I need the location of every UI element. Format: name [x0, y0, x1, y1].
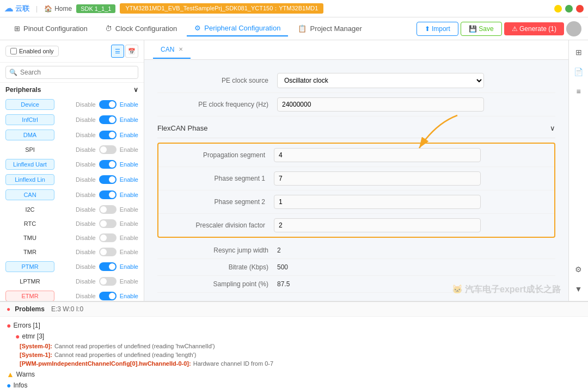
infos-title[interactable]: ● Infos	[7, 380, 588, 388]
peripheral-name[interactable]: RTC	[5, 219, 54, 229]
toggle-switch[interactable]	[99, 277, 117, 286]
menu-project[interactable]: 📋 Project Manager	[290, 21, 369, 36]
enabled-only-toggle[interactable]: Enabled only	[5, 46, 59, 57]
peripheral-name[interactable]: SPI	[5, 145, 54, 155]
sidebar-item-can[interactable]: CANDisableEnable	[0, 187, 144, 202]
disable-label: Disable	[76, 206, 96, 213]
import-icon: ⬆	[425, 25, 432, 33]
calendar-view-button[interactable]: 📅	[125, 45, 138, 58]
peripheral-name[interactable]: ETMR	[5, 291, 54, 301]
toggle-switch[interactable]	[99, 131, 117, 139]
toggle-switch[interactable]	[99, 248, 117, 256]
enable-label[interactable]: Enable	[120, 116, 138, 123]
toggle-switch[interactable]	[99, 145, 117, 154]
sidebar-item-linflexd-uart[interactable]: Linflexd UartDisableEnable	[0, 157, 144, 172]
search-input[interactable]	[5, 66, 138, 79]
sidebar-item-dma[interactable]: DMADisableEnable	[0, 127, 144, 143]
close-button[interactable]	[576, 5, 584, 13]
prop-segment-input[interactable]	[274, 148, 481, 162]
pe-clock-source-select[interactable]: Oscillator clock	[277, 73, 484, 88]
peripheral-name[interactable]: LPTMR	[5, 276, 54, 286]
phase-seg2-input[interactable]	[274, 195, 481, 209]
sidebar-item-tmu[interactable]: TMUDisableEnable	[0, 231, 144, 245]
tab-close-icon[interactable]: ✕	[179, 46, 183, 52]
error-item-2: [PWM-pwmIndependentChannelConfig[0].hwCh…	[7, 359, 581, 368]
peripheral-name[interactable]: CAN	[5, 189, 54, 200]
peripheral-name[interactable]: TMU	[5, 233, 54, 243]
tab-can[interactable]: CAN ✕	[153, 41, 191, 59]
menu-clock[interactable]: ⏱ Clock Configuration	[97, 21, 185, 36]
warns-title[interactable]: ▲ Warns	[7, 369, 588, 380]
sidebar-item-rtc[interactable]: RTCDisableEnable	[0, 217, 144, 231]
sidebar-item-infctrl[interactable]: InfCtrlDisableEnable	[0, 112, 144, 127]
sidebar-item-lptmr[interactable]: LPTMRDisableEnable	[0, 274, 144, 288]
sidebar-item-tmr[interactable]: TMRDisableEnable	[0, 245, 144, 259]
flexcan-cbt-section[interactable]: FlexCAN CBT Phase ∨	[157, 297, 555, 301]
file-icon-button[interactable]: 📄	[571, 64, 586, 79]
import-button[interactable]: ⬆ Import	[416, 22, 458, 36]
clock-icon: ⏱	[105, 24, 112, 33]
etmr-title[interactable]: ● etmr [3]	[15, 331, 581, 342]
generate-button[interactable]: ⚠ Generate (1)	[504, 22, 564, 35]
toggle-switch[interactable]	[99, 205, 117, 214]
enable-label[interactable]: Enable	[120, 101, 138, 108]
sidebar-item-spi[interactable]: SPIDisableEnable	[0, 143, 144, 157]
toggle-thumb	[100, 278, 107, 285]
enable-label[interactable]: Enable	[120, 235, 138, 241]
enable-label[interactable]: Enable	[120, 263, 138, 270]
maximize-button[interactable]	[565, 5, 573, 13]
sidebar-item-linflexd-lin[interactable]: Linflexd LinDisableEnable	[0, 172, 144, 187]
grid-icon-button[interactable]: ⊞	[571, 45, 586, 60]
peripheral-name[interactable]: PTMR	[5, 261, 54, 272]
bitrate-label: Bitrate (Kbps)	[157, 263, 277, 271]
peripherals-header[interactable]: Peripherals ∨	[0, 83, 144, 97]
minimize-button[interactable]	[554, 5, 562, 13]
filter-icon-button[interactable]: ≡	[571, 84, 586, 99]
toggle-switch[interactable]	[99, 262, 117, 271]
pe-clock-freq-input[interactable]	[277, 97, 484, 112]
flexcan-phase-section[interactable]: FlexCAN Phase ∨	[157, 119, 555, 138]
toggle-switch[interactable]	[99, 190, 117, 199]
enable-label[interactable]: Enable	[120, 176, 138, 183]
menu-peripheral[interactable]: ⚙ Peripheral Configuration	[187, 21, 288, 36]
sidebar-item-device[interactable]: DeviceDisableEnable	[0, 97, 144, 112]
toggle-switch[interactable]	[99, 175, 117, 184]
title-bar: ☁ 云联 | 🏠 Home SDK 1_1_1 YTM32B1MD1_EVB_T…	[0, 0, 588, 17]
enable-label[interactable]: Enable	[120, 278, 138, 285]
resync-label: Resync jump width	[157, 247, 277, 254]
peripheral-name[interactable]: Linflexd Uart	[5, 159, 54, 170]
enable-label[interactable]: Enable	[120, 293, 138, 299]
gear-icon-button[interactable]: ⚙	[571, 262, 586, 277]
toggle-switch[interactable]	[99, 233, 117, 242]
phase-seg1-input[interactable]	[274, 171, 481, 186]
enable-label[interactable]: Enable	[120, 206, 138, 213]
sidebar-item-i2c[interactable]: I2CDisableEnable	[0, 202, 144, 217]
toggle-switch[interactable]	[99, 100, 117, 109]
sidebar-item-etmr[interactable]: ETMRDisableEnable	[0, 288, 144, 301]
peripheral-name[interactable]: DMA	[5, 130, 54, 140]
toggle-switch[interactable]	[99, 115, 117, 124]
toggle-switch[interactable]	[99, 219, 117, 228]
peripheral-name[interactable]: I2C	[5, 205, 54, 214]
menu-pinout[interactable]: ⊞ Pinout Configuration	[7, 21, 95, 36]
peripheral-name[interactable]: Device	[5, 99, 54, 110]
enabled-checkbox[interactable]	[10, 48, 17, 54]
enable-label[interactable]: Enable	[120, 220, 138, 227]
peripheral-name[interactable]: InfCtrl	[5, 114, 54, 125]
home-nav[interactable]: 🏠 Home	[44, 5, 72, 13]
prescaler-input[interactable]	[274, 218, 481, 232]
enable-label[interactable]: Enable	[120, 132, 138, 138]
enable-label[interactable]: Enable	[120, 249, 138, 255]
scroll-down-button[interactable]: ▼	[571, 281, 586, 297]
toggle-switch[interactable]	[99, 292, 117, 300]
peripheral-name[interactable]: TMR	[5, 247, 54, 257]
list-view-button[interactable]: ☰	[111, 45, 124, 58]
enable-label[interactable]: Enable	[120, 161, 138, 168]
peripheral-name[interactable]: Linflexd Lin	[5, 174, 54, 185]
enable-label[interactable]: Enable	[120, 146, 138, 153]
errors-title[interactable]: ● Errors [1]	[7, 320, 581, 331]
enable-label[interactable]: Enable	[120, 192, 138, 198]
toggle-switch[interactable]	[99, 160, 117, 169]
sidebar-item-ptmr[interactable]: PTMRDisableEnable	[0, 259, 144, 274]
save-button[interactable]: 💾 Save	[461, 22, 502, 36]
